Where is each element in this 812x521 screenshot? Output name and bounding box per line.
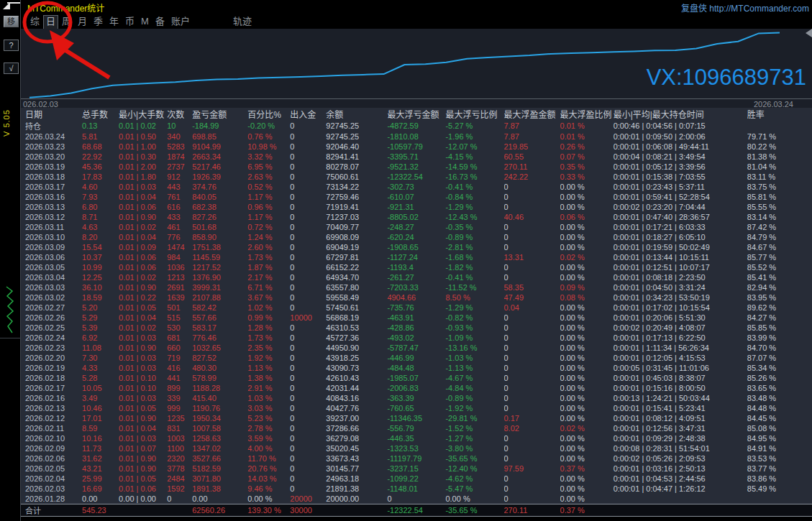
table-row[interactable]: 2026.03.1817.830.01 | 1.809121926.392.63… (21, 172, 812, 182)
table-row[interactable]: 2026.03.1945.360.01 | 2.0027375217.466.9… (21, 162, 812, 172)
chart-end-marker (806, 29, 812, 37)
brand-link[interactable]: 复盘侠 http://MTCommander.com (681, 1, 809, 14)
cell: 83.95 % (747, 292, 812, 303)
table-row[interactable]: 2026.03.0610.370.01 | 0.069841145.591.73… (21, 252, 812, 262)
column-header[interactable]: 百分比% (247, 108, 290, 120)
table-row[interactable]: 合计545.2362560.26139.30 %30000-12322.54-3… (21, 504, 812, 516)
column-header[interactable]: 胜率 (747, 108, 812, 120)
table-row[interactable]: 持仓0.130.01 | 0.0210-184.99-0.20 %092745.… (21, 120, 812, 132)
table-row[interactable]: 2026.02.0425.990.01 | 0.0524843071.8014.… (21, 474, 812, 484)
table-row[interactable]: 2026.03.114.630.01 | 0.02461501.680.72 %… (21, 222, 812, 232)
table-row[interactable]: 2026.02.1310.460.01 | 0.059991190.763.03… (21, 403, 812, 413)
table-row[interactable]: 2026.01.280.000.00 | 0.0000.000.00 %2000… (21, 494, 812, 504)
help-button[interactable]: ? (4, 40, 19, 51)
menu-item-季[interactable]: 季 (93, 16, 103, 29)
table-row[interactable]: 2026.03.174.600.01 | 0.03443374.760.52 %… (21, 182, 812, 192)
cell: -428.86 (387, 323, 445, 333)
menu-item-综[interactable]: 综 (30, 16, 40, 29)
table-row[interactable]: 2026.03.128.710.01 | 0.90433827.261.17 %… (21, 212, 812, 222)
table-row[interactable]: 2026.03.245.810.01 | 0.50340698.850.76 %… (21, 132, 812, 142)
column-header[interactable]: 最大浮亏比例 (445, 108, 503, 120)
menu-item-年[interactable]: 年 (109, 16, 119, 29)
table-row[interactable]: 2026.02.118.590.01 | 0.048311007.582.78 … (21, 423, 812, 433)
cell: -0.89 % (445, 232, 503, 242)
table-row[interactable]: 2026.03.0915.540.01 | 0.0914741751.382.6… (21, 242, 812, 252)
cell: 3071.80 (192, 474, 247, 484)
table-row[interactable]: 2026.03.0336.100.01 | 0.9026913999.316.7… (21, 282, 812, 292)
cell: 5.23 % (247, 413, 290, 423)
menu-item-轨迹[interactable]: 轨迹 (233, 16, 252, 29)
cell: 2026.03.20 (21, 152, 82, 162)
table-row[interactable]: 2026.02.163.490.01 | 0.03339415.401.03 %… (21, 393, 812, 403)
table-row[interactable]: 2026.02.0543.210.01 | 0.9037785182.5920.… (21, 464, 812, 474)
collapse-arrow-icon[interactable] (1, 1, 20, 10)
table-row[interactable]: 2026.03.136.800.01 | 0.06616682.380.96 %… (21, 202, 812, 212)
cell: 219.85 (504, 142, 560, 152)
column-header[interactable]: 最小|平均|最大持仓时间 (613, 108, 747, 120)
table-row[interactable]: 2026.03.2022.920.01 | 0.3018742663.343.3… (21, 152, 812, 162)
cell: 0 (290, 252, 326, 262)
column-header[interactable]: 最大浮盈比例 (560, 108, 613, 120)
cell: 92046.40 (326, 142, 387, 152)
cell: -5.47 % (445, 484, 503, 494)
cell: 0.00 % (560, 373, 613, 383)
table-row[interactable]: 2026.02.255.390.01 | 0.02530583.171.28 %… (21, 323, 812, 333)
column-header[interactable]: 日期 (21, 108, 82, 120)
column-header[interactable]: 总手数 (82, 108, 119, 120)
cell: 8.59 (82, 423, 119, 433)
table-row[interactable]: 2026.02.194.330.01 | 0.03416480.301.13 %… (21, 363, 812, 373)
cell: 0:00:01 | 0:12:05 | 4:15:53 (613, 353, 747, 363)
table-row[interactable]: 2026.02.246.920.01 | 0.03681776.461.73 %… (21, 333, 812, 343)
table-row[interactable]: 2026.02.1010.160.01 | 0.0310031258.633.5… (21, 433, 812, 443)
cell: 2663.34 (192, 152, 247, 162)
table-row[interactable]: 2026.03.167.930.01 | 0.04761840.051.17 %… (21, 192, 812, 202)
cell: 5.39 (82, 323, 119, 333)
cell: 2026.03.10 (21, 232, 82, 242)
cell: 557.66 (192, 313, 247, 323)
column-header[interactable]: 次数 (167, 108, 192, 120)
menu-item-周[interactable]: 周 (62, 16, 71, 29)
menu-item-账户[interactable]: 账户 (171, 16, 190, 29)
cell: -1.09 % (445, 333, 503, 343)
menu-item-币[interactable]: 币 (125, 16, 134, 29)
table-row[interactable]: 2026.02.1710.050.01 | 0.108991188.282.91… (21, 383, 812, 393)
menu-item-M[interactable]: M (141, 16, 149, 29)
window-title: MTCommander统计 (27, 1, 104, 14)
table-row[interactable]: 2026.03.0218.590.01 | 0.2216392107.883.6… (21, 292, 812, 303)
cell: 7.93 (82, 192, 119, 202)
cell: -4.84 % (445, 383, 503, 393)
table-row[interactable]: 2026.03.0412.250.01 | 0.0212131376.902.1… (21, 272, 812, 282)
menu-item-日[interactable]: 日 (44, 16, 58, 29)
column-header[interactable]: 余额 (326, 108, 387, 120)
column-header[interactable]: 出入金 (290, 108, 326, 120)
table-row[interactable]: 2026.02.1217.010.01 | 0.9012351950.345.2… (21, 413, 812, 423)
cell: -1908.65 (387, 242, 445, 252)
column-header[interactable]: 盈亏金额 (192, 108, 247, 120)
table-row[interactable]: 2026.03.108.200.01 | 0.04776858.901.24 %… (21, 232, 812, 242)
cell: 43.21 (82, 464, 119, 474)
table-row[interactable]: 2026.02.0631.620.01 | 0.9023203527.6611.… (21, 453, 812, 464)
cell: 0 (504, 182, 560, 192)
column-header[interactable]: 最小|大手数 (119, 108, 167, 120)
table-row[interactable]: 2026.02.185.280.01 | 0.10441578.991.38 %… (21, 373, 812, 383)
column-header[interactable]: 最大浮亏金额 (387, 108, 445, 120)
move-button[interactable]: 移 (4, 16, 19, 27)
cell: 0:00:02 | 0:20:49 | 4:08:07 (613, 323, 747, 333)
cell: -620.24 (387, 232, 445, 242)
cell: 5.29 (82, 313, 119, 323)
cell: 84.79 % (747, 232, 812, 242)
menu-item-备[interactable]: 备 (155, 16, 165, 29)
table-row[interactable]: 2026.02.0911.730.01 | 0.0711001347.024.0… (21, 443, 812, 453)
table-row[interactable]: 2026.03.2368.680.01 | 1.0052839104.9910.… (21, 142, 812, 152)
cell: -11197.79 (387, 453, 445, 464)
table-row[interactable]: 2026.02.207.300.01 | 0.03719827.521.92 %… (21, 353, 812, 363)
menu-item-月[interactable]: 月 (78, 16, 87, 29)
table-row[interactable]: 2026.02.275.200.01 | 0.05501582.421.02 %… (21, 303, 812, 313)
table-row[interactable]: 2026.02.0316.690.01 | 0.0615921891.389.4… (21, 484, 812, 494)
check-button[interactable]: √ (4, 63, 19, 74)
table-row[interactable]: 2026.03.0510.990.01 | 0.0610361217.521.8… (21, 262, 812, 272)
cell: 1217.52 (192, 262, 247, 272)
column-header[interactable]: 最大浮盈金额 (504, 108, 560, 120)
table-row[interactable]: 2026.02.265.290.01 | 0.04515557.660.99 %… (21, 313, 812, 323)
table-row[interactable]: 2026.02.2311.080.01 | 0.906601032.652.35… (21, 343, 812, 353)
